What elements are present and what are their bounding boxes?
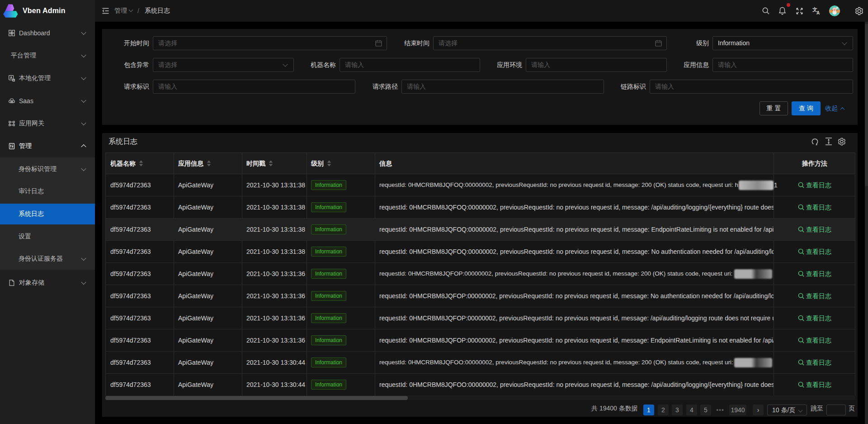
svg-text:A: A [816, 10, 820, 15]
